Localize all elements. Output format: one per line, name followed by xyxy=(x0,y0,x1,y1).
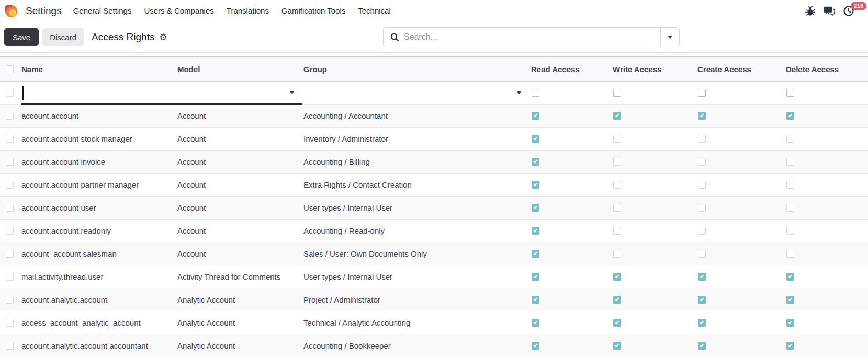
activities-clock-icon[interactable]: 213 xyxy=(843,5,854,17)
write-access-checkbox[interactable] xyxy=(613,89,621,97)
row-checkbox[interactable] xyxy=(6,204,14,212)
cell-group: Extra Rights / Contact Creation xyxy=(303,180,531,189)
create-access-checkbox[interactable]: ✔ xyxy=(698,273,706,281)
menu-item-technical[interactable]: Technical xyxy=(352,0,397,22)
column-header-write-access[interactable]: Write Access xyxy=(613,65,697,74)
read-access-checkbox[interactable]: ✔ xyxy=(532,204,539,212)
create-access-checkbox[interactable] xyxy=(698,158,706,166)
read-access-checkbox[interactable]: ✔ xyxy=(532,273,539,281)
model-dropdown-caret-icon[interactable] xyxy=(290,91,294,94)
create-access-checkbox[interactable] xyxy=(698,135,706,143)
create-access-checkbox[interactable]: ✔ xyxy=(698,296,706,304)
create-access-checkbox[interactable] xyxy=(698,89,706,97)
table-row[interactable]: account.accountAccountAccounting / Accou… xyxy=(0,105,868,128)
create-access-checkbox[interactable] xyxy=(698,204,706,212)
read-access-checkbox[interactable]: ✔ xyxy=(532,135,539,143)
write-access-checkbox[interactable]: ✔ xyxy=(613,319,621,327)
table-row[interactable]: access_account_analytic_accountAnalytic … xyxy=(0,311,868,334)
table-row[interactable]: account.account.readonlyAccountAccountin… xyxy=(0,220,868,242)
menu-item-users-companies[interactable]: Users & Companies xyxy=(138,0,220,22)
row-checkbox[interactable] xyxy=(6,158,14,166)
save-button[interactable]: Save xyxy=(4,28,39,46)
delete-access-checkbox[interactable]: ✔ xyxy=(786,342,794,350)
write-access-checkbox[interactable]: ✔ xyxy=(613,296,621,304)
search-options-toggle[interactable] xyxy=(660,28,679,47)
read-access-checkbox[interactable]: ✔ xyxy=(532,181,539,189)
column-header-create-access[interactable]: Create Access xyxy=(697,65,786,74)
menu-item-translations[interactable]: Translations xyxy=(220,0,275,22)
row-checkbox[interactable] xyxy=(6,112,14,120)
delete-access-checkbox[interactable] xyxy=(786,135,794,143)
column-header-read-access[interactable]: Read Access xyxy=(531,65,613,74)
row-checkbox[interactable] xyxy=(6,227,14,235)
cell-delete-access xyxy=(786,158,868,166)
write-access-checkbox[interactable] xyxy=(613,181,621,189)
create-access-checkbox[interactable]: ✔ xyxy=(698,319,706,327)
messages-icon[interactable] xyxy=(824,5,835,17)
table-row[interactable]: account.account invoiceAccountAccounting… xyxy=(0,151,868,174)
write-access-checkbox[interactable]: ✔ xyxy=(613,342,621,350)
row-checkbox[interactable] xyxy=(6,181,14,189)
menu-item-gamification-tools[interactable]: Gamification Tools xyxy=(275,0,352,22)
read-access-checkbox[interactable]: ✔ xyxy=(532,250,539,258)
read-access-checkbox[interactable]: ✔ xyxy=(532,342,539,350)
create-access-checkbox[interactable] xyxy=(698,181,706,189)
table-row[interactable]: account.analytic.account accountantAnaly… xyxy=(0,334,868,357)
table-row[interactable]: mail.activity.thread.userActivity Thread… xyxy=(0,265,868,288)
table-row[interactable]: account.account partner managerAccountEx… xyxy=(0,174,868,197)
search-input[interactable] xyxy=(404,28,660,47)
column-header-delete-access[interactable]: Delete Access xyxy=(786,65,868,74)
row-checkbox[interactable] xyxy=(6,89,14,97)
delete-access-checkbox[interactable]: ✔ xyxy=(786,112,794,120)
create-access-checkbox[interactable] xyxy=(698,250,706,258)
read-access-checkbox[interactable]: ✔ xyxy=(532,158,539,166)
group-dropdown-caret-icon[interactable] xyxy=(517,91,521,94)
row-checkbox[interactable] xyxy=(6,342,14,350)
table-row[interactable]: account_account salesmanAccountSales / U… xyxy=(0,242,868,265)
delete-access-checkbox[interactable] xyxy=(786,89,794,97)
delete-access-checkbox[interactable] xyxy=(786,204,794,212)
row-checkbox[interactable] xyxy=(6,319,14,327)
gear-icon[interactable]: ⚙ xyxy=(159,33,167,42)
new-read-cell xyxy=(531,89,613,97)
odoo-logo-icon[interactable] xyxy=(5,5,17,17)
write-access-checkbox[interactable]: ✔ xyxy=(613,112,621,120)
write-access-checkbox[interactable] xyxy=(613,135,621,143)
delete-access-checkbox[interactable] xyxy=(786,181,794,189)
read-access-checkbox[interactable]: ✔ xyxy=(532,319,539,327)
table-row[interactable]: account.analytic.accountAnalytic Account… xyxy=(0,288,868,311)
create-access-checkbox[interactable] xyxy=(698,227,706,235)
read-access-checkbox[interactable]: ✔ xyxy=(532,296,539,304)
row-checkbox[interactable] xyxy=(6,273,14,281)
column-header-group[interactable]: Group xyxy=(303,65,531,74)
delete-access-checkbox[interactable] xyxy=(786,227,794,235)
write-access-checkbox[interactable] xyxy=(613,250,621,258)
delete-access-checkbox[interactable]: ✔ xyxy=(786,319,794,327)
debug-bug-icon[interactable] xyxy=(804,5,816,17)
write-access-checkbox[interactable] xyxy=(613,204,621,212)
row-checkbox[interactable] xyxy=(6,296,14,304)
row-checkbox[interactable] xyxy=(6,135,14,143)
delete-access-checkbox[interactable]: ✔ xyxy=(786,273,794,281)
delete-access-checkbox[interactable]: ✔ xyxy=(786,296,794,304)
cell-write-access xyxy=(613,135,697,143)
app-name[interactable]: Settings xyxy=(26,5,62,17)
write-access-checkbox[interactable] xyxy=(613,158,621,166)
create-access-checkbox[interactable]: ✔ xyxy=(698,112,706,120)
read-access-checkbox[interactable] xyxy=(532,89,539,97)
table-row[interactable]: account.account stock managerAccountInve… xyxy=(0,128,868,151)
delete-access-checkbox[interactable] xyxy=(786,158,794,166)
delete-access-checkbox[interactable] xyxy=(786,250,794,258)
read-access-checkbox[interactable]: ✔ xyxy=(532,112,539,120)
write-access-checkbox[interactable] xyxy=(613,227,621,235)
column-header-model[interactable]: Model xyxy=(177,65,303,74)
menu-item-general-settings[interactable]: General Settings xyxy=(67,0,138,22)
create-access-checkbox[interactable]: ✔ xyxy=(698,342,706,350)
read-access-checkbox[interactable]: ✔ xyxy=(532,227,539,235)
write-access-checkbox[interactable]: ✔ xyxy=(613,273,621,281)
table-row[interactable]: account.account userAccountUser types / … xyxy=(0,197,868,220)
select-all-checkbox[interactable] xyxy=(6,65,14,73)
column-header-name[interactable]: Name xyxy=(21,65,177,74)
row-checkbox[interactable] xyxy=(6,250,14,258)
discard-button[interactable]: Discard xyxy=(42,28,84,46)
